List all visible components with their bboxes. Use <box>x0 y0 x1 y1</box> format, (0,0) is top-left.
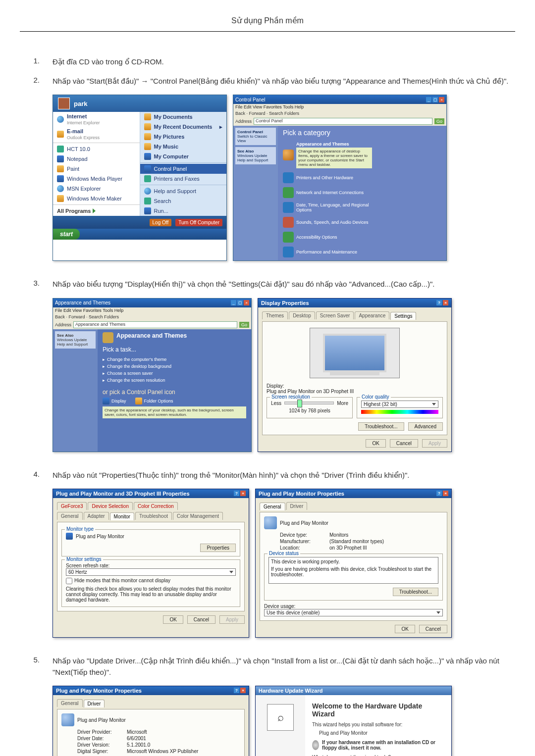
tab-colormgmt[interactable]: Color Management <box>173 512 223 520</box>
tab-appearance[interactable]: Appearance <box>355 311 389 319</box>
at-toolbar[interactable]: Back · Forward · Search Folders <box>53 313 251 320</box>
gear-icon <box>283 247 294 257</box>
help-icon[interactable]: ? <box>436 491 442 496</box>
window-menubar[interactable]: File Edit View Favorites Tools Help <box>233 104 446 110</box>
slider-thumb-icon[interactable] <box>297 400 302 407</box>
group-devicestatus: Device status <box>268 551 300 556</box>
display-label: Display: <box>267 383 443 389</box>
tab-adapter[interactable]: Adapter <box>84 512 109 520</box>
menu-mydocuments[interactable]: My Documents <box>140 112 227 122</box>
maximize-icon[interactable]: ▢ <box>432 97 438 102</box>
display-value: Plug and Play Monitor on 3D Prophet III <box>267 389 443 394</box>
task-change-bg[interactable]: Change the desktop background <box>103 363 246 370</box>
task-change-theme[interactable]: Change the computer's theme <box>103 356 246 363</box>
cat-accessibility[interactable]: Accessibility Options <box>283 232 372 243</box>
hardware-update-wizard: Hardware Update Wizard ⌕ Welcome to the … <box>255 686 452 756</box>
window-toolbar[interactable]: Back · Forward · Search Folders <box>233 110 446 117</box>
menu-help[interactable]: Help and Support <box>140 186 227 196</box>
menu-search[interactable]: Search <box>140 196 227 206</box>
help-icon[interactable]: ? <box>436 300 442 305</box>
task-screensaver[interactable]: Choose a screen saver <box>103 370 246 377</box>
help-icon[interactable]: ? <box>234 688 239 693</box>
helpsupport-link[interactable]: Help and Support <box>237 158 268 162</box>
switch-classic-link[interactable]: Switch to Classic View <box>237 134 267 143</box>
at-address-input[interactable]: Appearance and Themes <box>73 321 237 328</box>
properties-button[interactable]: Properties <box>200 544 236 552</box>
menu-mycomputer[interactable]: My Computer <box>140 151 227 161</box>
menu-controlpanel[interactable]: Control Panel <box>140 164 227 174</box>
menu-mymusic[interactable]: My Music <box>140 142 227 151</box>
menu-wmp[interactable]: Windows Media Player <box>53 174 140 184</box>
close-icon[interactable]: × <box>240 491 246 496</box>
tab-colorcorr[interactable]: Color Correction <box>134 502 178 510</box>
all-programs[interactable]: All Programs <box>53 206 140 216</box>
colorquality-dropdown[interactable]: Highest (32 bit) <box>361 401 438 408</box>
close-icon[interactable]: × <box>244 300 249 305</box>
cat-network[interactable]: Network and Internet Connections <box>283 187 372 198</box>
menu-notepad[interactable]: Notepad <box>53 154 140 164</box>
advanced-button[interactable]: Advanced <box>408 422 443 431</box>
maximize-icon[interactable]: ▢ <box>237 300 243 305</box>
icon-folderoptions[interactable]: Folder Options <box>135 398 173 404</box>
tab-general[interactable]: General <box>57 512 83 520</box>
troubleshoot-button[interactable]: Troubleshoot... <box>393 588 438 596</box>
tab-geforce[interactable]: GeForce3 <box>57 502 87 510</box>
tab-devicesel[interactable]: Device Selection <box>88 502 132 510</box>
hide-modes-check[interactable]: Hide modes that this monitor cannot disp… <box>66 578 236 584</box>
menu-recentdocs[interactable]: My Recent Documents▸ <box>140 122 227 132</box>
start-button[interactable]: start <box>53 229 80 240</box>
address-input[interactable]: Control Panel <box>254 118 432 125</box>
cat-performance[interactable]: Performance and Maintenance <box>283 247 372 257</box>
winupdate-link[interactable]: Windows Update <box>237 153 267 158</box>
tab-general[interactable]: General <box>57 699 83 707</box>
go-button[interactable]: Go <box>239 322 249 328</box>
cat-printers[interactable]: Printers and Other Hardware <box>283 172 372 183</box>
minimize-icon[interactable]: _ <box>231 300 236 305</box>
close-icon[interactable]: × <box>443 491 448 496</box>
tab-themes[interactable]: Themes <box>262 311 288 319</box>
menu-msn[interactable]: MSN Explorer <box>53 184 140 194</box>
menu-paint[interactable]: Paint <box>53 164 140 174</box>
menu-printers[interactable]: Printers and Faxes <box>140 174 227 184</box>
menu-moviemaker[interactable]: Windows Movie Maker <box>53 194 140 203</box>
device-status-box: This device is working properly. If you … <box>268 557 438 584</box>
ok-button[interactable]: OK <box>395 625 415 633</box>
refresh-rate-dropdown[interactable]: 60 Hertz <box>66 568 236 576</box>
tab-driver[interactable]: Driver <box>84 700 105 707</box>
tab-monitor[interactable]: Monitor <box>110 512 134 520</box>
cancel-button[interactable]: Cancel <box>390 439 418 448</box>
menu-hct[interactable]: HCT 10.0 <box>53 144 140 154</box>
close-icon[interactable]: × <box>240 688 246 693</box>
tab-desktop[interactable]: Desktop <box>289 311 315 319</box>
shutdown-button[interactable]: Turn Off Computer <box>175 219 222 226</box>
tab-driver[interactable]: Driver <box>286 502 308 510</box>
go-button[interactable]: Go <box>434 118 444 124</box>
ok-button[interactable]: OK <box>163 615 183 624</box>
ok-button[interactable]: OK <box>366 439 385 448</box>
at-menubar[interactable]: File Edit View Favorites Tools Help <box>53 307 251 313</box>
logoff-button[interactable]: Log Off <box>150 219 172 226</box>
task-resolution[interactable]: Change the screen resolution <box>103 377 246 384</box>
close-icon[interactable]: × <box>439 97 444 102</box>
close-icon[interactable]: × <box>443 300 448 305</box>
menu-mypictures[interactable]: My Pictures <box>140 132 227 142</box>
cancel-button[interactable]: Cancel <box>419 625 447 633</box>
start-user: park <box>74 100 87 107</box>
cancel-button[interactable]: Cancel <box>187 615 215 624</box>
menu-internet[interactable]: Internet Internet Explorer <box>53 112 140 127</box>
tab-troubleshoot[interactable]: Troubleshoot <box>135 512 172 520</box>
cat-appearance[interactable]: Appearance and Themes Change the appeara… <box>283 142 372 168</box>
icon-display[interactable]: Display <box>103 398 126 404</box>
cat-sound[interactable]: Sounds, Speech, and Audio Devices <box>283 217 372 228</box>
troubleshoot-button[interactable]: Troubleshoot... <box>358 422 404 431</box>
help-icon[interactable]: ? <box>234 491 239 496</box>
device-usage-dropdown[interactable]: Use this device (enable) <box>264 609 443 616</box>
tab-general[interactable]: General <box>260 503 285 510</box>
tab-screensaver[interactable]: Screen Saver <box>316 311 354 319</box>
cat-datetime[interactable]: Date, Time, Language, and Regional Optio… <box>283 202 372 213</box>
menu-email[interactable]: E-mail Outlook Express <box>53 127 140 142</box>
resolution-slider[interactable]: Less More <box>271 401 348 406</box>
tab-settings[interactable]: Settings <box>390 312 416 320</box>
menu-run[interactable]: Run... <box>140 206 227 216</box>
minimize-icon[interactable]: _ <box>426 97 431 102</box>
